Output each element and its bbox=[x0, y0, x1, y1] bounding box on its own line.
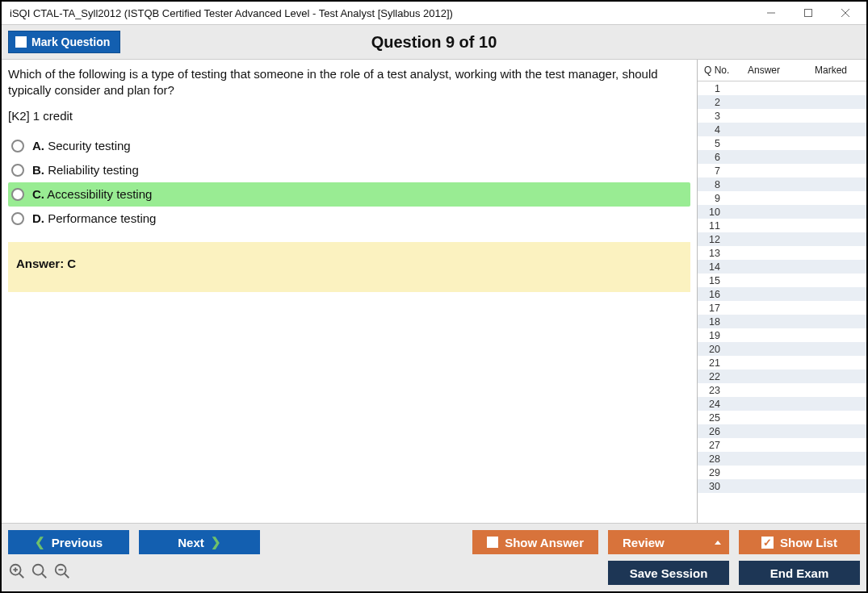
minimize-button[interactable] bbox=[757, 4, 786, 22]
list-row-qno: 23 bbox=[698, 385, 738, 396]
list-row[interactable]: 19 bbox=[698, 328, 866, 342]
list-row-qno: 24 bbox=[698, 399, 738, 410]
radio-icon bbox=[11, 212, 24, 225]
list-row-qno: 29 bbox=[698, 467, 738, 478]
list-row-qno: 17 bbox=[698, 303, 738, 314]
save-session-label: Save Session bbox=[630, 566, 708, 580]
list-row[interactable]: 27 bbox=[698, 438, 866, 452]
list-row[interactable]: 6 bbox=[698, 150, 866, 164]
list-row[interactable]: 25 bbox=[698, 411, 866, 424]
end-exam-button[interactable]: End Exam bbox=[739, 561, 860, 585]
list-row-qno: 21 bbox=[698, 357, 738, 369]
zoom-reset-icon[interactable] bbox=[31, 562, 48, 584]
list-row-qno: 11 bbox=[698, 220, 738, 232]
list-row[interactable]: 12 bbox=[698, 232, 866, 246]
choice-b[interactable]: B. Reliability testing bbox=[8, 158, 690, 182]
mark-question-button[interactable]: Mark Question bbox=[8, 31, 120, 53]
list-row[interactable]: 10 bbox=[698, 205, 866, 219]
show-list-button[interactable]: ✓ Show List bbox=[739, 530, 860, 554]
list-row[interactable]: 26 bbox=[698, 424, 866, 438]
list-row[interactable]: 1 bbox=[698, 81, 866, 95]
next-label: Next bbox=[178, 536, 204, 549]
radio-icon bbox=[11, 140, 24, 152]
question-meta: [K2] 1 credit bbox=[8, 109, 690, 123]
mark-checkbox-icon bbox=[15, 36, 27, 48]
choice-d[interactable]: D. Performance testing bbox=[8, 207, 690, 231]
choices-list: A. Security testingB. Reliability testin… bbox=[8, 134, 690, 231]
list-row-qno: 4 bbox=[698, 124, 738, 136]
list-row-qno: 15 bbox=[698, 275, 738, 286]
list-row[interactable]: 2 bbox=[698, 95, 866, 109]
list-row[interactable]: 3 bbox=[698, 109, 866, 123]
header-bar: Mark Question Question 9 of 10 bbox=[2, 24, 866, 60]
zoom-out-icon[interactable] bbox=[53, 562, 71, 584]
list-header-qno: Q No. bbox=[701, 65, 741, 76]
list-row-qno: 9 bbox=[698, 193, 738, 204]
list-row-qno: 27 bbox=[698, 440, 738, 451]
list-row[interactable]: 14 bbox=[698, 260, 866, 274]
save-session-button[interactable]: Save Session bbox=[608, 561, 729, 585]
choice-label: C. Accessibility testing bbox=[32, 187, 152, 201]
list-row-qno: 8 bbox=[698, 179, 738, 190]
list-row[interactable]: 11 bbox=[698, 219, 866, 232]
close-button[interactable] bbox=[831, 4, 860, 22]
list-row[interactable]: 30 bbox=[698, 479, 866, 493]
title-bar: iSQI CTAL-TA_Syll2012 (ISTQB Certified T… bbox=[2, 2, 866, 24]
choice-label: A. Security testing bbox=[32, 139, 131, 152]
previous-button[interactable]: ❮ Previous bbox=[8, 530, 129, 554]
list-row-qno: 28 bbox=[698, 453, 738, 465]
choice-a[interactable]: A. Security testing bbox=[8, 134, 690, 158]
list-row[interactable]: 9 bbox=[698, 191, 866, 205]
list-row[interactable]: 15 bbox=[698, 274, 866, 287]
next-button[interactable]: Next ❯ bbox=[139, 530, 260, 554]
list-row-qno: 22 bbox=[698, 371, 738, 382]
show-list-checkbox-icon: ✓ bbox=[761, 537, 774, 549]
list-row-qno: 18 bbox=[698, 316, 738, 328]
question-panel: Which of the following is a type of test… bbox=[2, 60, 697, 523]
list-row-qno: 25 bbox=[698, 412, 738, 424]
zoom-in-icon[interactable] bbox=[8, 562, 26, 584]
svg-line-9 bbox=[42, 573, 47, 578]
list-row[interactable]: 28 bbox=[698, 452, 866, 466]
list-row[interactable]: 4 bbox=[698, 123, 866, 136]
question-counter: Question 9 of 10 bbox=[371, 33, 497, 52]
choice-c[interactable]: C. Accessibility testing bbox=[8, 182, 690, 207]
list-header-answer: Answer bbox=[741, 65, 815, 76]
previous-label: Previous bbox=[52, 536, 103, 549]
list-row[interactable]: 8 bbox=[698, 177, 866, 191]
list-row[interactable]: 17 bbox=[698, 301, 866, 315]
list-row[interactable]: 13 bbox=[698, 246, 866, 260]
choice-label: B. Reliability testing bbox=[32, 163, 139, 177]
list-row-qno: 20 bbox=[698, 344, 738, 355]
list-row-qno: 14 bbox=[698, 261, 738, 273]
review-label: Review bbox=[623, 536, 665, 549]
end-exam-label: End Exam bbox=[770, 566, 829, 580]
list-row-qno: 30 bbox=[698, 481, 738, 492]
question-list-body[interactable]: 1234567891011121314151617181920212223242… bbox=[698, 81, 866, 523]
list-row[interactable]: 23 bbox=[698, 383, 866, 397]
answer-label: Answer: C bbox=[16, 257, 76, 270]
mark-question-label: Mark Question bbox=[31, 35, 110, 48]
list-row-qno: 3 bbox=[698, 111, 738, 122]
maximize-button[interactable] bbox=[794, 4, 823, 22]
answer-box: Answer: C bbox=[8, 242, 690, 292]
review-button[interactable]: Review bbox=[608, 530, 729, 554]
radio-icon bbox=[11, 164, 24, 177]
window-controls bbox=[757, 4, 860, 22]
list-row[interactable]: 7 bbox=[698, 164, 866, 177]
show-list-label: Show List bbox=[780, 536, 837, 549]
list-row[interactable]: 24 bbox=[698, 397, 866, 411]
footer: ❮ Previous Next ❯ Show Answer Review ✓ S… bbox=[2, 523, 866, 591]
list-row[interactable]: 16 bbox=[698, 287, 866, 301]
list-row-qno: 2 bbox=[698, 97, 738, 108]
window-title: iSQI CTAL-TA_Syll2012 (ISTQB Certified T… bbox=[10, 7, 757, 19]
list-row[interactable]: 22 bbox=[698, 370, 866, 383]
list-row-qno: 10 bbox=[698, 207, 738, 218]
list-row[interactable]: 20 bbox=[698, 342, 866, 356]
svg-line-11 bbox=[65, 573, 69, 578]
list-row[interactable]: 18 bbox=[698, 315, 866, 328]
list-row[interactable]: 29 bbox=[698, 466, 866, 479]
show-answer-button[interactable]: Show Answer bbox=[472, 530, 598, 554]
list-row[interactable]: 5 bbox=[698, 136, 866, 150]
list-row[interactable]: 21 bbox=[698, 356, 866, 370]
